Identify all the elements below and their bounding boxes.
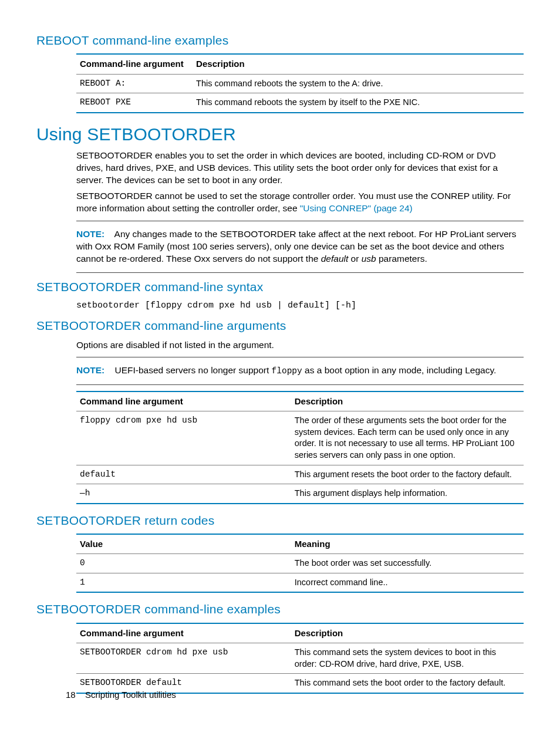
table-row: SETBOOTORDER cdrom hd pxe usb This comma… xyxy=(76,643,524,673)
note-floppy: NOTE: UEFI-based servers no longer suppo… xyxy=(76,357,524,385)
table-row: floppy cdrom pxe hd usb The order of the… xyxy=(76,411,524,465)
note-label: NOTE: xyxy=(76,365,104,375)
cell-arg: REBOOT PXE xyxy=(76,93,193,113)
note-em-default: default xyxy=(321,254,349,264)
th-value: Value xyxy=(76,534,291,554)
table-row: 0 The boot order was set successfully. xyxy=(76,554,524,573)
note-text: Any changes made to the SETBOOTORDER tak… xyxy=(76,229,517,264)
cell-desc: This command reboots the system by itsel… xyxy=(193,93,524,113)
th-desc: Description xyxy=(291,623,524,643)
cell-desc: This argument resets the boot order to t… xyxy=(291,465,524,484)
para-intro-2: SETBOOTORDER cannot be used to set the s… xyxy=(76,190,524,215)
heading-return-codes: SETBOOTORDER return codes xyxy=(36,512,524,529)
note-em-usb: usb xyxy=(362,254,376,264)
heading-args: SETBOOTORDER command-line arguments xyxy=(36,318,524,334)
th-arg: Command line argument xyxy=(76,391,291,411)
table-examples: Command-line argument Description SETBOO… xyxy=(76,623,524,694)
th-arg: Command-line argument xyxy=(76,54,193,74)
cell-desc: Incorrect command line.. xyxy=(291,573,524,592)
cell-arg: default xyxy=(76,465,291,484)
table-row: default This argument resets the boot or… xyxy=(76,465,524,484)
th-meaning: Meaning xyxy=(291,534,524,554)
cell-desc: This argument displays help information. xyxy=(291,484,524,504)
note-label: NOTE: xyxy=(76,229,104,239)
table-args: Command line argument Description floppy… xyxy=(76,391,524,504)
cell-arg: —h xyxy=(76,484,291,504)
cell-desc: This command sets the boot order to the … xyxy=(291,674,524,693)
note-text: UEFI-based servers no longer support xyxy=(114,365,271,375)
note-text: as a boot option in any mode, including … xyxy=(302,365,497,375)
cell-desc: This command sets the system devices to … xyxy=(291,643,524,673)
cell-desc: The boot order was set successfully. xyxy=(291,554,524,573)
code-syntax: setbootorder [floppy cdrom pxe hd usb | … xyxy=(76,300,524,312)
link-conrep[interactable]: "Using CONREP" (page 24) xyxy=(300,203,413,213)
cell-arg: SETBOOTORDER cdrom hd pxe usb xyxy=(76,643,291,673)
table-row: —h This argument displays help informati… xyxy=(76,484,524,504)
table-row: REBOOT A: This command reboots the syste… xyxy=(76,74,524,93)
cell-desc: The order of these arguments sets the bo… xyxy=(291,411,524,465)
table-row: REBOOT PXE This command reboots the syst… xyxy=(76,93,524,113)
cell-val: 0 xyxy=(76,554,291,573)
th-arg: Command-line argument xyxy=(76,623,291,643)
para-intro-1: SETBOOTORDER enables you to set the orde… xyxy=(76,150,524,187)
table-return-codes: Value Meaning 0 The boot order was set s… xyxy=(76,534,524,593)
heading-reboot-examples: REBOOT command-line examples xyxy=(36,32,524,49)
cell-val: 1 xyxy=(76,573,291,592)
footer-title: Scripting Toolkit utilities xyxy=(85,690,176,700)
note-text: parameters. xyxy=(376,254,427,264)
para-text: SETBOOTORDER cannot be used to set the s… xyxy=(76,191,511,213)
page-number: 18 xyxy=(66,690,76,700)
code-floppy: floppy xyxy=(272,366,302,376)
cell-arg: REBOOT A: xyxy=(76,74,193,93)
note-setbootorder: NOTE: Any changes made to the SETBOOTORD… xyxy=(76,221,524,273)
th-desc: Description xyxy=(193,54,524,74)
para-args-intro: Options are disabled if not listed in th… xyxy=(76,339,524,352)
heading-using-setbootorder: Using SETBOOTORDER xyxy=(36,123,524,147)
page-footer: 18 Scripting Toolkit utilities xyxy=(66,689,176,701)
table-reboot-examples: Command-line argument Description REBOOT… xyxy=(76,53,524,113)
cell-arg: floppy cdrom pxe hd usb xyxy=(76,411,291,465)
th-desc: Description xyxy=(291,391,524,411)
heading-syntax: SETBOOTORDER command-line syntax xyxy=(36,279,524,295)
note-text: or xyxy=(348,254,361,264)
cell-desc: This command reboots the system to the A… xyxy=(193,74,524,93)
table-row: 1 Incorrect command line.. xyxy=(76,573,524,592)
heading-examples: SETBOOTORDER command-line examples xyxy=(36,601,524,617)
